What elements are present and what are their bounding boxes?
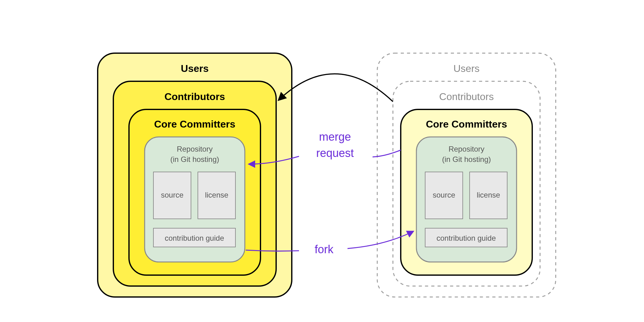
fork-label: fork bbox=[315, 243, 334, 256]
core-committers-label-right: Core Committers bbox=[426, 118, 507, 130]
right-fork-project: Users Contributors Core Committers Repos… bbox=[377, 53, 556, 297]
left-project: Users Contributors Core Committers Repos… bbox=[98, 53, 292, 297]
guide-label: contribution guide bbox=[165, 234, 224, 242]
diagram-canvas: Users Contributors Core Committers Repos… bbox=[0, 0, 644, 322]
contributors-label: Contributors bbox=[164, 91, 225, 102]
repository-subtitle: (in Git hosting) bbox=[170, 155, 219, 164]
license-label: license bbox=[205, 191, 229, 199]
users-label-right: Users bbox=[453, 63, 480, 74]
core-committers-label: Core Committers bbox=[154, 118, 235, 130]
merge-label-1: merge bbox=[319, 130, 351, 143]
repository-title-right: Repository bbox=[449, 145, 485, 153]
merge-label-2: request bbox=[316, 147, 354, 159]
top-arc-arrow bbox=[279, 74, 393, 102]
guide-label-right: contribution guide bbox=[436, 234, 496, 242]
source-label: source bbox=[161, 191, 183, 199]
repository-title: Repository bbox=[177, 145, 213, 153]
license-label-right: license bbox=[477, 191, 500, 199]
contributors-label-right: Contributors bbox=[439, 91, 494, 102]
source-label-right: source bbox=[433, 191, 455, 199]
repository-subtitle-right: (in Git hosting) bbox=[442, 155, 491, 164]
users-label: Users bbox=[181, 63, 209, 74]
